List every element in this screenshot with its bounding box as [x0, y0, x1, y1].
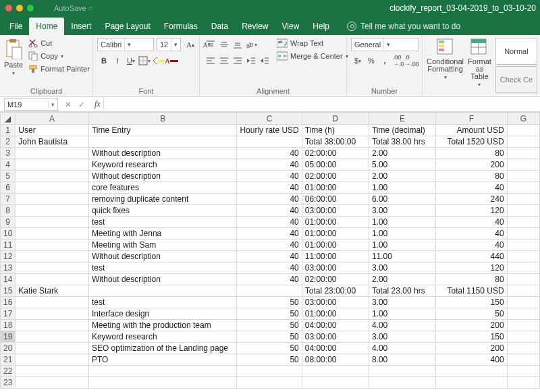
autosave-toggle[interactable]: AutoSave ○ — [0, 4, 540, 12]
align-left-button[interactable] — [204, 54, 217, 67]
cell[interactable]: Keyword research — [88, 331, 237, 343]
cell[interactable]: Total 38:00:00 — [302, 136, 369, 148]
borders-button[interactable]: ▾ — [138, 54, 151, 67]
row-header[interactable]: 7 — [1, 194, 16, 205]
tab-insert[interactable]: Insert — [64, 18, 98, 35]
align-top-button[interactable] — [204, 38, 217, 51]
cell[interactable]: 4.00 — [369, 343, 435, 354]
cell[interactable]: 40 — [237, 194, 302, 205]
cell[interactable]: 5.00 — [369, 159, 435, 171]
cell[interactable]: PTO — [88, 354, 237, 366]
cell[interactable]: 3.00 — [369, 331, 435, 343]
cell[interactable] — [16, 274, 89, 285]
cell[interactable] — [507, 125, 539, 136]
table-row[interactable]: 23 — [1, 377, 540, 389]
cell[interactable]: 6.00 — [369, 194, 435, 205]
row-header[interactable]: 2 — [1, 136, 16, 148]
cell[interactable] — [507, 136, 539, 148]
row-header[interactable]: 12 — [1, 251, 16, 262]
table-row[interactable]: 19Keyword research5003:00:003.00150 — [1, 331, 540, 343]
cell[interactable]: Interface design — [88, 308, 237, 320]
format-painter-button[interactable]: Format Painter — [27, 63, 91, 74]
cell[interactable] — [16, 343, 89, 354]
row-header[interactable]: 13 — [1, 262, 16, 274]
cell[interactable]: Hourly rate USD — [237, 125, 302, 136]
increase-decimal-button[interactable]: .00→.0 — [392, 54, 405, 67]
row-header[interactable]: 11 — [1, 240, 16, 251]
cell[interactable]: 50 — [237, 297, 302, 308]
cell[interactable]: 01:00:00 — [302, 182, 369, 194]
cell[interactable] — [507, 377, 539, 389]
cell[interactable] — [16, 159, 89, 171]
cell[interactable]: 06:00:00 — [302, 194, 369, 205]
cell[interactable]: Without description — [88, 251, 237, 262]
cell[interactable] — [369, 377, 435, 389]
row-header[interactable]: 10 — [1, 228, 16, 240]
cell[interactable] — [507, 217, 539, 228]
cell[interactable] — [88, 136, 237, 148]
cell[interactable]: SEO optimization of the Landing page — [88, 343, 237, 354]
decrease-decimal-button[interactable]: .0→.00 — [405, 54, 418, 67]
copy-button[interactable]: Copy▾ — [27, 51, 91, 61]
table-row[interactable]: 14Without description4002:00:002.0080 — [1, 274, 540, 285]
cell[interactable] — [16, 297, 89, 308]
cell[interactable] — [16, 228, 89, 240]
cell[interactable]: 01:00:00 — [302, 228, 369, 240]
tab-page-layout[interactable]: Page Layout — [98, 18, 157, 35]
font-name-combo[interactable]: Calibri▾ — [97, 38, 154, 51]
cell[interactable]: 1.00 — [369, 308, 435, 320]
row-header[interactable]: 4 — [1, 159, 16, 171]
cell[interactable] — [436, 366, 507, 377]
tell-me-search[interactable]: Tell me what you want to do — [336, 22, 467, 35]
cell[interactable]: quick fixes — [88, 205, 237, 217]
tab-data[interactable]: Data — [205, 18, 235, 35]
cell[interactable]: Time Entry — [88, 125, 237, 136]
cell[interactable]: 80 — [436, 148, 507, 159]
tab-file[interactable]: File — [3, 18, 29, 35]
tab-review[interactable]: Review — [235, 18, 275, 35]
cell[interactable] — [16, 217, 89, 228]
cell[interactable]: Amount USD — [436, 125, 507, 136]
cell[interactable]: 200 — [436, 343, 507, 354]
orientation-button[interactable]: ab▾ — [244, 38, 258, 51]
cell[interactable]: 04:00:00 — [302, 343, 369, 354]
cell[interactable]: Meeting with Jenna — [88, 228, 237, 240]
col-header[interactable]: A — [16, 113, 89, 125]
cell[interactable]: 40 — [237, 205, 302, 217]
cell[interactable]: 50 — [237, 320, 302, 331]
cell[interactable]: 150 — [436, 297, 507, 308]
cell[interactable]: 3.00 — [369, 262, 435, 274]
cell[interactable]: 40 — [436, 182, 507, 194]
col-header[interactable]: D — [302, 113, 369, 125]
cell[interactable]: 2.00 — [369, 171, 435, 182]
cell[interactable]: 200 — [436, 159, 507, 171]
cell[interactable] — [507, 320, 539, 331]
cell[interactable]: 40 — [237, 274, 302, 285]
cell[interactable]: 08:00:00 — [302, 354, 369, 366]
table-row[interactable]: 3Without description4002:00:002.0080 — [1, 148, 540, 159]
col-header[interactable]: G — [507, 113, 539, 125]
cell[interactable]: removing duplicate content — [88, 194, 237, 205]
row-header[interactable]: 18 — [1, 320, 16, 331]
cell[interactable] — [507, 205, 539, 217]
cell[interactable]: 120 — [436, 205, 507, 217]
cell[interactable] — [16, 171, 89, 182]
cell[interactable]: Without description — [88, 274, 237, 285]
formula-bar[interactable] — [103, 99, 540, 111]
cell[interactable]: 50 — [237, 354, 302, 366]
table-row[interactable]: 22 — [1, 366, 540, 377]
cell[interactable] — [16, 240, 89, 251]
cell[interactable]: 40 — [436, 240, 507, 251]
comma-format-button[interactable]: , — [378, 54, 392, 67]
cell[interactable] — [507, 240, 539, 251]
table-row[interactable]: 13test4003:00:003.00120 — [1, 262, 540, 274]
cell[interactable]: 11:00:00 — [302, 251, 369, 262]
cell[interactable] — [16, 182, 89, 194]
cell[interactable] — [507, 148, 539, 159]
row-header[interactable]: 21 — [1, 354, 16, 366]
increase-font-button[interactable]: A▴ — [184, 38, 197, 51]
cell[interactable]: 40 — [436, 228, 507, 240]
cell[interactable] — [507, 262, 539, 274]
accounting-format-button[interactable]: $▾ — [351, 54, 364, 67]
cell[interactable]: 80 — [436, 171, 507, 182]
